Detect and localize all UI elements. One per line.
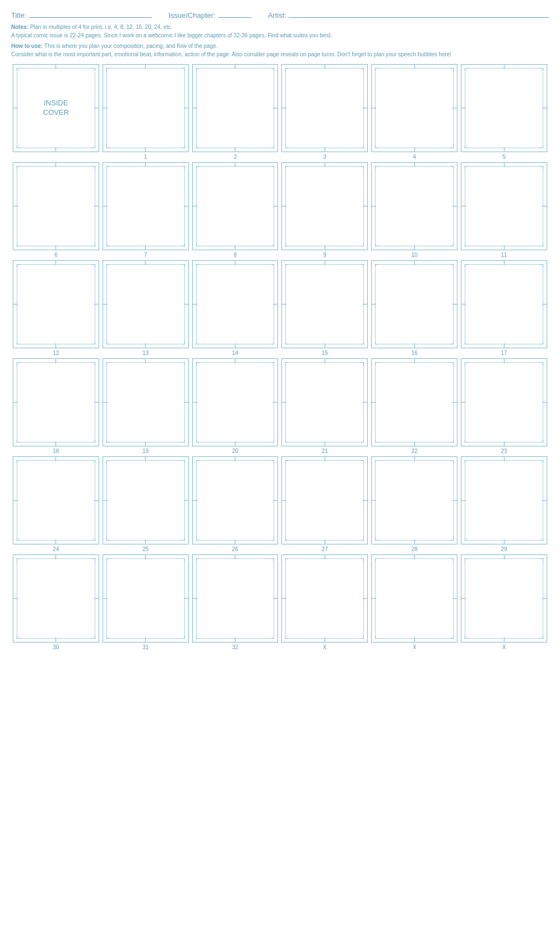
page-cell-32[interactable]: 32 xyxy=(191,553,280,651)
page-number-28: 28 xyxy=(411,546,417,552)
page-number-12: 12 xyxy=(53,350,59,356)
page-box-15[interactable] xyxy=(281,260,368,348)
page-box-18[interactable] xyxy=(13,358,99,446)
artist-line[interactable] xyxy=(289,10,549,18)
page-cell-6[interactable]: 6 xyxy=(11,161,101,259)
page-cell-13[interactable]: 13 xyxy=(101,259,191,357)
page-box-14[interactable] xyxy=(192,260,279,348)
page-box-X[interactable] xyxy=(281,554,368,643)
page-cell-5[interactable]: 5 xyxy=(459,63,549,161)
page-cell-26[interactable]: 26 xyxy=(191,455,280,553)
page-box-1[interactable] xyxy=(103,64,189,152)
page-box-8[interactable] xyxy=(192,162,279,250)
page-cell-24[interactable]: 24 xyxy=(11,455,101,553)
issue-field[interactable]: Issue/Chapter: xyxy=(168,10,251,20)
page-inner-box-13 xyxy=(106,264,185,344)
page-cell-27[interactable]: 27 xyxy=(280,455,369,553)
page-box-31[interactable] xyxy=(103,554,189,643)
page-inner-box-14 xyxy=(196,264,275,344)
page-box-12[interactable] xyxy=(13,260,99,348)
page-cell-8[interactable]: 8 xyxy=(191,161,280,259)
page-inner-box-X xyxy=(375,558,454,639)
page-cell-3[interactable]: 3 xyxy=(280,63,369,161)
page-cell-X[interactable]: X xyxy=(459,553,549,651)
page-cell-22[interactable]: 22 xyxy=(369,357,459,455)
page-inner-box-22 xyxy=(375,362,454,442)
page-number-13: 13 xyxy=(143,350,149,356)
artist-field[interactable]: Artist: xyxy=(268,10,549,20)
page-box-6[interactable] xyxy=(13,162,99,250)
page-cell-29[interactable]: 29 xyxy=(459,455,549,553)
page-cell-11[interactable]: 11 xyxy=(459,161,549,259)
page-box-4[interactable] xyxy=(371,64,457,152)
page-cell-28[interactable]: 28 xyxy=(369,455,459,553)
page-cell-21[interactable]: 21 xyxy=(280,357,369,455)
title-line[interactable] xyxy=(29,10,152,18)
grid-row-2: 121314151617 xyxy=(11,259,549,357)
page-box-22[interactable] xyxy=(371,358,457,446)
page-box-30[interactable] xyxy=(13,554,99,643)
page-cell-16[interactable]: 16 xyxy=(369,259,459,357)
inside-cover-label: INSIDECOVER xyxy=(43,99,69,118)
page-inner-box-5 xyxy=(465,68,543,148)
page-box-24[interactable] xyxy=(13,456,99,544)
page-cell-X[interactable]: X xyxy=(280,553,369,651)
page-inner-box-9 xyxy=(285,166,364,246)
notes-text: Plan in multiples of 4 for print, i.e. 4… xyxy=(28,24,172,30)
page-box-7[interactable] xyxy=(103,162,189,250)
page-box-26[interactable] xyxy=(192,456,279,544)
issue-line[interactable] xyxy=(218,10,251,18)
page-cell-30[interactable]: 30 xyxy=(11,553,101,651)
page-box-28[interactable] xyxy=(371,456,457,544)
page-box-3[interactable] xyxy=(281,64,368,152)
page-box-[interactable]: INSIDECOVER xyxy=(13,64,99,152)
page-cell-15[interactable]: 15 xyxy=(280,259,369,357)
page-cell-12[interactable]: 12 xyxy=(11,259,101,357)
page-box-21[interactable] xyxy=(281,358,368,446)
page-box-13[interactable] xyxy=(103,260,189,348)
page-inner-box-28 xyxy=(375,460,454,541)
grid-row-0: INSIDECOVER12345 xyxy=(11,63,549,161)
page-box-19[interactable] xyxy=(103,358,189,446)
page-cell-19[interactable]: 19 xyxy=(101,357,191,455)
page-cell-7[interactable]: 7 xyxy=(101,161,191,259)
page-cell-17[interactable]: 17 xyxy=(459,259,549,357)
page-cell-4[interactable]: 4 xyxy=(369,63,459,161)
page-cell-1[interactable]: 1 xyxy=(101,63,191,161)
page-number-23: 23 xyxy=(501,448,507,454)
page-cell-9[interactable]: 9 xyxy=(280,161,369,259)
title-field[interactable]: Title: xyxy=(11,10,152,20)
page-inner-box-2 xyxy=(196,68,275,148)
page-box-10[interactable] xyxy=(371,162,457,250)
page-number-15: 15 xyxy=(322,350,328,356)
page-inner-box-10 xyxy=(375,166,454,246)
page-box-32[interactable] xyxy=(192,554,279,643)
page-number-18: 18 xyxy=(53,448,59,454)
page-box-25[interactable] xyxy=(103,456,189,544)
page-cell-inside-cover[interactable]: INSIDECOVER xyxy=(11,63,101,161)
page-cell-31[interactable]: 31 xyxy=(101,553,191,651)
page-cell-23[interactable]: 23 xyxy=(459,357,549,455)
page-box-17[interactable] xyxy=(461,260,547,348)
page-cell-18[interactable]: 18 xyxy=(11,357,101,455)
page-box-11[interactable] xyxy=(461,162,547,250)
page-box-16[interactable] xyxy=(371,260,457,348)
page-inner-box-26 xyxy=(196,460,275,541)
page-cell-10[interactable]: 10 xyxy=(369,161,459,259)
page-cell-25[interactable]: 25 xyxy=(101,455,191,553)
page-cell-14[interactable]: 14 xyxy=(191,259,280,357)
page-cell-20[interactable]: 20 xyxy=(191,357,280,455)
page-box-5[interactable] xyxy=(461,64,547,152)
page-box-2[interactable] xyxy=(192,64,279,152)
page-box-X[interactable] xyxy=(461,554,547,643)
page-box-20[interactable] xyxy=(192,358,279,446)
page-cell-X[interactable]: X xyxy=(369,553,459,651)
page-box-23[interactable] xyxy=(461,358,547,446)
page-number-25: 25 xyxy=(143,546,149,552)
page-box-27[interactable] xyxy=(281,456,368,544)
page-inner-box-25 xyxy=(106,460,185,541)
page-cell-2[interactable]: 2 xyxy=(191,63,280,161)
page-box-9[interactable] xyxy=(281,162,368,250)
page-box-X[interactable] xyxy=(371,554,457,643)
page-box-29[interactable] xyxy=(461,456,547,544)
